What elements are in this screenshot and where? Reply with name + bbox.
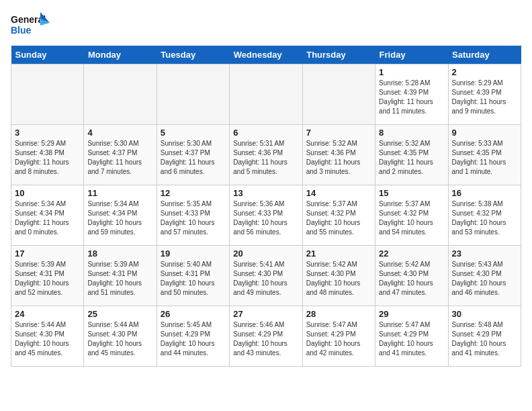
calendar-cell: 7Sunrise: 5:32 AM Sunset: 4:36 PM Daylig… xyxy=(302,125,375,185)
svg-text:Blue: Blue xyxy=(11,25,32,36)
week-row-5: 24Sunrise: 5:44 AM Sunset: 4:30 PM Dayli… xyxy=(11,306,521,367)
day-info: Sunrise: 5:42 AM Sunset: 4:30 PM Dayligh… xyxy=(306,260,371,298)
calendar-cell: 30Sunrise: 5:48 AM Sunset: 4:29 PM Dayli… xyxy=(448,306,521,367)
day-info: Sunrise: 5:28 AM Sunset: 4:39 PM Dayligh… xyxy=(379,79,444,116)
weekday-wednesday: Wednesday xyxy=(230,46,302,64)
day-number: 19 xyxy=(161,248,226,259)
day-info: Sunrise: 5:34 AM Sunset: 4:34 PM Dayligh… xyxy=(15,199,80,237)
calendar-cell: 26Sunrise: 5:45 AM Sunset: 4:29 PM Dayli… xyxy=(157,306,229,367)
day-number: 2 xyxy=(452,67,517,77)
day-info: Sunrise: 5:32 AM Sunset: 4:36 PM Dayligh… xyxy=(306,139,371,177)
calendar-cell: 22Sunrise: 5:42 AM Sunset: 4:30 PM Dayli… xyxy=(375,246,448,306)
calendar-cell xyxy=(302,64,375,125)
weekday-sunday: Sunday xyxy=(11,46,84,64)
calendar-cell: 24Sunrise: 5:44 AM Sunset: 4:30 PM Dayli… xyxy=(11,306,84,367)
day-info: Sunrise: 5:38 AM Sunset: 4:32 PM Dayligh… xyxy=(452,199,517,237)
calendar-cell: 21Sunrise: 5:42 AM Sunset: 4:30 PM Dayli… xyxy=(302,246,375,306)
day-info: Sunrise: 5:37 AM Sunset: 4:32 PM Dayligh… xyxy=(379,199,444,237)
day-info: Sunrise: 5:32 AM Sunset: 4:35 PM Dayligh… xyxy=(379,139,444,177)
day-info: Sunrise: 5:30 AM Sunset: 4:37 PM Dayligh… xyxy=(161,139,226,177)
day-number: 6 xyxy=(233,128,298,138)
logo: GeneralBlue xyxy=(11,11,51,39)
day-number: 1 xyxy=(379,67,444,77)
weekday-monday: Monday xyxy=(84,46,157,64)
week-row-4: 17Sunrise: 5:39 AM Sunset: 4:31 PM Dayli… xyxy=(11,246,521,306)
weekday-saturday: Saturday xyxy=(448,46,521,64)
day-info: Sunrise: 5:34 AM Sunset: 4:34 PM Dayligh… xyxy=(87,199,152,237)
calendar-cell: 12Sunrise: 5:35 AM Sunset: 4:33 PM Dayli… xyxy=(157,185,229,246)
day-number: 4 xyxy=(87,128,152,138)
calendar-table: SundayMondayTuesdayWednesdayThursdayFrid… xyxy=(11,46,521,367)
day-number: 20 xyxy=(233,248,298,259)
day-info: Sunrise: 5:29 AM Sunset: 4:39 PM Dayligh… xyxy=(452,79,517,116)
day-info: Sunrise: 5:41 AM Sunset: 4:30 PM Dayligh… xyxy=(233,260,298,298)
calendar-cell: 4Sunrise: 5:30 AM Sunset: 4:37 PM Daylig… xyxy=(84,125,157,185)
day-info: Sunrise: 5:40 AM Sunset: 4:31 PM Dayligh… xyxy=(161,260,226,298)
calendar-cell: 8Sunrise: 5:32 AM Sunset: 4:35 PM Daylig… xyxy=(375,125,448,185)
calendar-cell: 25Sunrise: 5:44 AM Sunset: 4:30 PM Dayli… xyxy=(84,306,157,367)
day-number: 23 xyxy=(452,248,517,259)
day-number: 16 xyxy=(452,188,517,198)
day-info: Sunrise: 5:31 AM Sunset: 4:36 PM Dayligh… xyxy=(233,139,298,177)
day-info: Sunrise: 5:47 AM Sunset: 4:29 PM Dayligh… xyxy=(379,320,444,358)
calendar-header: SundayMondayTuesdayWednesdayThursdayFrid… xyxy=(11,46,521,64)
day-number: 3 xyxy=(15,128,80,138)
calendar-cell: 5Sunrise: 5:30 AM Sunset: 4:37 PM Daylig… xyxy=(157,125,229,185)
day-info: Sunrise: 5:37 AM Sunset: 4:32 PM Dayligh… xyxy=(306,199,371,237)
day-info: Sunrise: 5:47 AM Sunset: 4:29 PM Dayligh… xyxy=(306,320,371,358)
day-number: 12 xyxy=(161,188,226,198)
calendar-cell: 2Sunrise: 5:29 AM Sunset: 4:39 PM Daylig… xyxy=(448,64,521,125)
day-info: Sunrise: 5:33 AM Sunset: 4:35 PM Dayligh… xyxy=(452,139,517,177)
calendar-cell xyxy=(84,64,157,125)
page-header: GeneralBlue xyxy=(11,11,521,39)
calendar-cell: 28Sunrise: 5:47 AM Sunset: 4:29 PM Dayli… xyxy=(302,306,375,367)
calendar-cell: 17Sunrise: 5:39 AM Sunset: 4:31 PM Dayli… xyxy=(11,246,84,306)
weekday-friday: Friday xyxy=(375,46,448,64)
day-number: 7 xyxy=(306,128,371,138)
day-number: 9 xyxy=(452,128,517,138)
day-number: 25 xyxy=(87,309,152,319)
calendar-cell: 16Sunrise: 5:38 AM Sunset: 4:32 PM Dayli… xyxy=(448,185,521,246)
day-info: Sunrise: 5:39 AM Sunset: 4:31 PM Dayligh… xyxy=(87,260,152,298)
day-info: Sunrise: 5:44 AM Sunset: 4:30 PM Dayligh… xyxy=(87,320,152,358)
weekday-thursday: Thursday xyxy=(302,46,375,64)
day-number: 22 xyxy=(379,248,444,259)
calendar-body: 1Sunrise: 5:28 AM Sunset: 4:39 PM Daylig… xyxy=(11,64,521,367)
logo-svg: GeneralBlue xyxy=(11,11,51,39)
calendar-cell: 19Sunrise: 5:40 AM Sunset: 4:31 PM Dayli… xyxy=(157,246,229,306)
calendar-cell: 15Sunrise: 5:37 AM Sunset: 4:32 PM Dayli… xyxy=(375,185,448,246)
day-info: Sunrise: 5:29 AM Sunset: 4:38 PM Dayligh… xyxy=(15,139,80,177)
calendar-cell: 29Sunrise: 5:47 AM Sunset: 4:29 PM Dayli… xyxy=(375,306,448,367)
day-number: 17 xyxy=(15,248,80,259)
day-number: 18 xyxy=(87,248,152,259)
day-number: 15 xyxy=(379,188,444,198)
calendar-cell: 6Sunrise: 5:31 AM Sunset: 4:36 PM Daylig… xyxy=(230,125,302,185)
day-number: 8 xyxy=(379,128,444,138)
day-number: 26 xyxy=(161,309,226,319)
calendar-cell: 20Sunrise: 5:41 AM Sunset: 4:30 PM Dayli… xyxy=(230,246,302,306)
day-number: 10 xyxy=(15,188,80,198)
calendar-cell xyxy=(230,64,302,125)
day-info: Sunrise: 5:35 AM Sunset: 4:33 PM Dayligh… xyxy=(161,199,226,237)
week-row-2: 3Sunrise: 5:29 AM Sunset: 4:38 PM Daylig… xyxy=(11,125,521,185)
day-number: 11 xyxy=(87,188,152,198)
day-info: Sunrise: 5:39 AM Sunset: 4:31 PM Dayligh… xyxy=(15,260,80,298)
day-number: 14 xyxy=(306,188,371,198)
day-info: Sunrise: 5:36 AM Sunset: 4:33 PM Dayligh… xyxy=(233,199,298,237)
day-number: 24 xyxy=(15,309,80,319)
calendar-cell: 1Sunrise: 5:28 AM Sunset: 4:39 PM Daylig… xyxy=(375,64,448,125)
calendar-cell xyxy=(11,64,84,125)
day-info: Sunrise: 5:46 AM Sunset: 4:29 PM Dayligh… xyxy=(233,320,298,358)
day-info: Sunrise: 5:42 AM Sunset: 4:30 PM Dayligh… xyxy=(379,260,444,298)
week-row-3: 10Sunrise: 5:34 AM Sunset: 4:34 PM Dayli… xyxy=(11,185,521,246)
day-number: 30 xyxy=(452,309,517,319)
calendar-cell: 11Sunrise: 5:34 AM Sunset: 4:34 PM Dayli… xyxy=(84,185,157,246)
day-info: Sunrise: 5:45 AM Sunset: 4:29 PM Dayligh… xyxy=(161,320,226,358)
calendar-cell: 3Sunrise: 5:29 AM Sunset: 4:38 PM Daylig… xyxy=(11,125,84,185)
calendar-cell: 9Sunrise: 5:33 AM Sunset: 4:35 PM Daylig… xyxy=(448,125,521,185)
day-number: 13 xyxy=(233,188,298,198)
day-number: 27 xyxy=(233,309,298,319)
day-info: Sunrise: 5:48 AM Sunset: 4:29 PM Dayligh… xyxy=(452,320,517,358)
day-info: Sunrise: 5:43 AM Sunset: 4:30 PM Dayligh… xyxy=(452,260,517,298)
calendar-cell: 18Sunrise: 5:39 AM Sunset: 4:31 PM Dayli… xyxy=(84,246,157,306)
